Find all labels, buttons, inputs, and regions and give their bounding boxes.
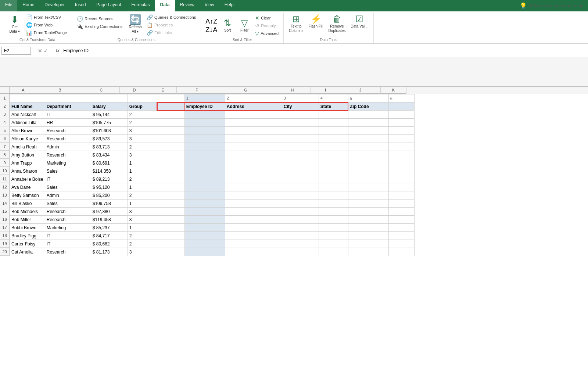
cell-G-6[interactable] bbox=[225, 135, 282, 143]
data-validation-button[interactable]: ☑ Data Vali... bbox=[348, 14, 370, 30]
row-num-16[interactable]: 16 bbox=[0, 215, 10, 223]
cell-I-16[interactable] bbox=[319, 216, 348, 224]
cell-D-15[interactable]: 3 bbox=[128, 208, 157, 216]
cell-G-9[interactable] bbox=[225, 159, 282, 167]
cell-G-3[interactable] bbox=[225, 111, 282, 119]
cell-C-17[interactable]: $ 85,237 bbox=[91, 224, 128, 232]
row-num-5[interactable]: 5 bbox=[0, 126, 10, 134]
cell-B-16[interactable]: Research bbox=[45, 216, 91, 224]
cell-F-2[interactable]: Employee ID bbox=[184, 103, 225, 111]
cell-A-7[interactable]: Amelia Reah bbox=[10, 143, 45, 151]
cell-G-17[interactable] bbox=[225, 224, 282, 232]
cell-I-3[interactable] bbox=[319, 111, 348, 119]
cell-D-7[interactable]: 2 bbox=[128, 143, 157, 151]
cell-H-7[interactable] bbox=[282, 143, 319, 151]
cell-B-18[interactable]: IT bbox=[45, 232, 91, 240]
cell-K-16[interactable] bbox=[388, 216, 414, 224]
cell-I-18[interactable] bbox=[319, 232, 348, 240]
cell-H-14[interactable] bbox=[282, 200, 319, 208]
tab-insert[interactable]: Insert bbox=[70, 0, 91, 11]
cell-F-1[interactable]: 1 bbox=[184, 94, 225, 103]
cell-K-3[interactable] bbox=[388, 111, 414, 119]
cell-D-14[interactable]: 1 bbox=[128, 200, 157, 208]
cell-B-5[interactable]: Research bbox=[45, 127, 91, 135]
tab-page-layout[interactable]: Page Layout bbox=[91, 0, 126, 11]
reapply-button[interactable]: ↺ Reapply bbox=[253, 22, 280, 29]
cell-I-5[interactable] bbox=[319, 127, 348, 135]
cell-F-7[interactable] bbox=[184, 143, 225, 151]
col-header-I[interactable]: I bbox=[311, 87, 340, 94]
cell-B-7[interactable]: Admin bbox=[45, 143, 91, 151]
cell-C-15[interactable]: $ 97,380 bbox=[91, 208, 128, 216]
cell-D-4[interactable]: 2 bbox=[128, 119, 157, 127]
row-num-9[interactable]: 9 bbox=[0, 159, 10, 167]
cell-B-19[interactable]: IT bbox=[45, 240, 91, 248]
cell-K-20[interactable] bbox=[388, 248, 414, 256]
cell-D-3[interactable]: 2 bbox=[128, 111, 157, 119]
row-num-7[interactable]: 7 bbox=[0, 143, 10, 151]
from-text-csv-button[interactable]: 📄 From Text/CSV bbox=[24, 14, 69, 21]
cell-A-19[interactable]: Carter Foisy bbox=[10, 240, 45, 248]
cell-K-9[interactable] bbox=[388, 159, 414, 167]
cell-I-13[interactable] bbox=[319, 191, 348, 200]
sort-za-button[interactable]: Z↓A bbox=[204, 26, 219, 34]
cell-E-10[interactable] bbox=[157, 167, 184, 175]
cell-C-13[interactable]: $ 85,200 bbox=[91, 191, 128, 200]
cell-K-4[interactable] bbox=[388, 119, 414, 127]
cell-A-13[interactable]: Betty Samson bbox=[10, 191, 45, 200]
cell-I-7[interactable] bbox=[319, 143, 348, 151]
cell-G-14[interactable] bbox=[225, 200, 282, 208]
row-num-20[interactable]: 20 bbox=[0, 248, 10, 256]
cell-E-5[interactable] bbox=[157, 127, 184, 135]
row-num-19[interactable]: 19 bbox=[0, 240, 10, 248]
cell-I-4[interactable] bbox=[319, 119, 348, 127]
row-num-12[interactable]: 12 bbox=[0, 183, 10, 191]
cell-I-8[interactable] bbox=[319, 151, 348, 159]
cell-I-14[interactable] bbox=[319, 200, 348, 208]
tab-help[interactable]: Help bbox=[219, 0, 239, 11]
cell-H-9[interactable] bbox=[282, 159, 319, 167]
cell-B-15[interactable]: Research bbox=[45, 208, 91, 216]
remove-duplicates-button[interactable]: 🗑 RemoveDuplicates bbox=[326, 14, 348, 34]
properties-button[interactable]: 📋 Properties bbox=[145, 21, 198, 29]
cell-C-4[interactable]: $105,775 bbox=[91, 119, 128, 127]
cell-H-10[interactable] bbox=[282, 167, 319, 175]
col-header-F[interactable]: F bbox=[177, 87, 217, 94]
cell-C-1[interactable] bbox=[91, 94, 128, 103]
cell-B-17[interactable]: Marketing bbox=[45, 224, 91, 232]
cell-B-8[interactable]: Research bbox=[45, 151, 91, 159]
cell-F-20[interactable] bbox=[184, 248, 225, 256]
cell-C-16[interactable]: $119,458 bbox=[91, 216, 128, 224]
col-header-C[interactable]: C bbox=[83, 87, 120, 94]
cell-C-6[interactable]: $ 89,573 bbox=[91, 135, 128, 143]
tab-developer[interactable]: Developer bbox=[39, 0, 70, 11]
cell-A-5[interactable]: Allie Brown bbox=[10, 127, 45, 135]
cell-A-12[interactable]: Ava Dane bbox=[10, 183, 45, 191]
cell-H-2[interactable]: City bbox=[282, 103, 319, 111]
cell-H-20[interactable] bbox=[282, 248, 319, 256]
cell-B-13[interactable]: Admin bbox=[45, 191, 91, 200]
cell-K-5[interactable] bbox=[388, 127, 414, 135]
advanced-button[interactable]: ▽ Advanced bbox=[253, 30, 280, 37]
cell-D-12[interactable]: 1 bbox=[128, 183, 157, 191]
cell-E-4[interactable] bbox=[157, 119, 184, 127]
cell-J-14[interactable] bbox=[348, 200, 388, 208]
col-header-A[interactable]: A bbox=[10, 87, 37, 94]
cell-G-12[interactable] bbox=[225, 183, 282, 191]
cell-H-1[interactable]: 3 bbox=[282, 94, 319, 103]
edit-links-button[interactable]: 🔗 Edit Links bbox=[145, 29, 198, 36]
cell-K-8[interactable] bbox=[388, 151, 414, 159]
cell-K-18[interactable] bbox=[388, 232, 414, 240]
col-header-B[interactable]: B bbox=[37, 87, 83, 94]
cell-F-10[interactable] bbox=[184, 167, 225, 175]
cell-B-20[interactable]: Research bbox=[45, 248, 91, 256]
row-num-13[interactable]: 13 bbox=[0, 191, 10, 199]
cell-A-2[interactable]: Full Name bbox=[10, 103, 45, 111]
cell-B-10[interactable]: Sales bbox=[45, 167, 91, 175]
cell-G-8[interactable] bbox=[225, 151, 282, 159]
cell-J-7[interactable] bbox=[348, 143, 388, 151]
cell-B-3[interactable]: IT bbox=[45, 111, 91, 119]
cancel-icon[interactable]: ✕ bbox=[38, 48, 42, 54]
tab-review[interactable]: Review bbox=[175, 0, 200, 11]
cell-F-8[interactable] bbox=[184, 151, 225, 159]
